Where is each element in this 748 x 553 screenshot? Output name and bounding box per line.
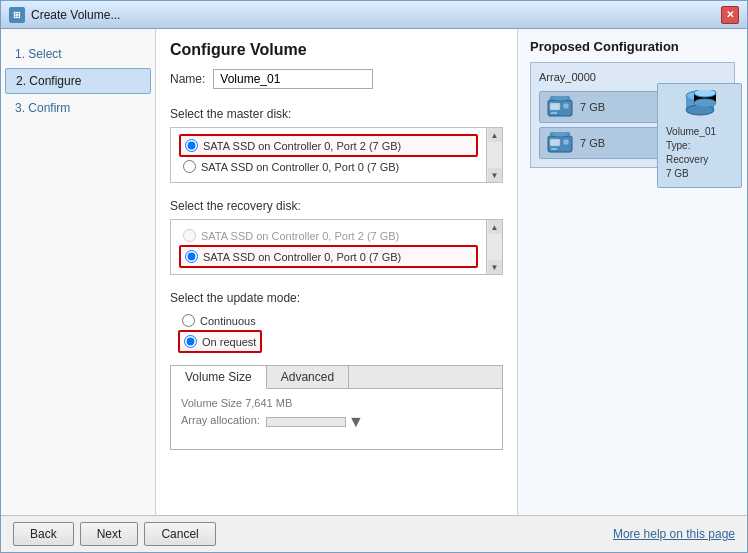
master-option-1[interactable]: SATA SSD on Controller 0, Port 2 (7 GB)	[179, 134, 478, 157]
volume-card: Volume_01 Type: Recovery 7 GB	[657, 83, 742, 188]
panel-title: Configure Volume	[170, 41, 503, 59]
disk-icon-1	[546, 96, 574, 118]
sidebar-item-confirm[interactable]: 3. Confirm	[1, 95, 155, 121]
update-option-onrequest-label: On request	[202, 336, 256, 348]
update-option-onrequest[interactable]: On request	[178, 330, 262, 353]
sidebar-item-configure[interactable]: 2. Configure	[5, 68, 151, 94]
cancel-button[interactable]: Cancel	[144, 522, 215, 546]
svg-point-16	[694, 99, 716, 107]
proposed-title: Proposed Configuration	[530, 39, 735, 54]
recovery-option-2-label: SATA SSD on Controller 0, Port 0 (7 GB)	[203, 251, 401, 263]
back-button[interactable]: Back	[13, 522, 74, 546]
update-option-continuous[interactable]: Continuous	[178, 311, 503, 330]
name-row: Name:	[170, 69, 503, 89]
array-allocation-label: Array allocation:	[181, 414, 260, 426]
update-radio-continuous[interactable]	[182, 314, 195, 327]
name-input[interactable]	[213, 69, 373, 89]
svg-rect-6	[550, 139, 560, 146]
recovery-disk-inner: SATA SSD on Controller 0, Port 2 (7 GB) …	[170, 219, 487, 275]
allocation-row: Array allocation: ▼	[181, 413, 492, 431]
main-content: 1. Select 2. Configure 3. Confirm Config…	[1, 29, 747, 515]
svg-point-7	[563, 139, 569, 145]
volume-size-value: Volume Size 7,641 MB	[181, 397, 492, 409]
recovery-disk-label: Select the recovery disk:	[170, 199, 503, 213]
recovery-scrollbar: ▲ ▼	[487, 219, 503, 275]
recovery-option-2[interactable]: SATA SSD on Controller 0, Port 0 (7 GB)	[179, 245, 478, 268]
volume-card-text: Volume_01 Type: Recovery 7 GB	[666, 125, 733, 181]
volume-size-display: 7 GB	[666, 167, 733, 181]
master-option-2-label: SATA SSD on Controller 0, Port 0 (7 GB)	[201, 161, 399, 173]
master-option-2[interactable]: SATA SSD on Controller 0, Port 0 (7 GB)	[179, 157, 478, 176]
create-volume-window: ⊞ Create Volume... ✕ 1. Select 2. Config…	[0, 0, 748, 553]
master-scrollbar: ▲ ▼	[487, 127, 503, 183]
master-radio-2[interactable]	[183, 160, 196, 173]
recovery-option-1-label: SATA SSD on Controller 0, Port 2 (7 GB)	[201, 230, 399, 242]
sidebar-item-select[interactable]: 1. Select	[1, 41, 155, 67]
recovery-scroll-down[interactable]: ▼	[488, 260, 502, 274]
tab-volume-size[interactable]: Volume Size	[171, 366, 267, 389]
recovery-scroll-track	[487, 234, 502, 260]
update-mode-group: Continuous On request	[178, 311, 503, 353]
array-box: Array_0000	[530, 62, 735, 168]
update-option-continuous-label: Continuous	[200, 315, 256, 327]
svg-rect-1	[550, 103, 560, 110]
master-disk-inner: SATA SSD on Controller 0, Port 2 (7 GB) …	[170, 127, 487, 183]
footer-buttons: Back Next Cancel	[13, 522, 216, 546]
recovery-scroll-up[interactable]: ▲	[488, 220, 502, 234]
allocation-bar	[266, 417, 346, 427]
master-disk-section: Select the master disk: SATA SSD on Cont…	[170, 99, 503, 183]
disk-1-size: 7 GB	[580, 101, 605, 113]
svg-rect-8	[551, 148, 557, 150]
master-scroll-down[interactable]: ▼	[488, 168, 502, 182]
tab-advanced[interactable]: Advanced	[267, 366, 349, 388]
update-radio-onrequest[interactable]	[184, 335, 197, 348]
tab-content-volume-size: Volume Size 7,641 MB Array allocation: ▼	[171, 389, 502, 449]
name-label: Name:	[170, 72, 205, 86]
recovery-option-1[interactable]: SATA SSD on Controller 0, Port 2 (7 GB)	[179, 226, 478, 245]
update-mode-label: Select the update mode:	[170, 291, 503, 305]
window-icon: ⊞	[9, 7, 25, 23]
window-title: Create Volume...	[31, 8, 120, 22]
tabs-section: Volume Size Advanced Volume Size 7,641 M…	[170, 365, 503, 450]
help-link[interactable]: More help on this page	[613, 527, 735, 541]
next-button[interactable]: Next	[80, 522, 139, 546]
master-option-1-label: SATA SSD on Controller 0, Port 2 (7 GB)	[203, 140, 401, 152]
proposed-panel: Proposed Configuration Array_0000	[517, 29, 747, 515]
recovery-disk-scroll-container: SATA SSD on Controller 0, Port 2 (7 GB) …	[170, 219, 503, 275]
volume-card-icon	[666, 90, 733, 121]
master-disk-label: Select the master disk:	[170, 107, 503, 121]
main-panel: Configure Volume Name: Select the master…	[156, 29, 747, 515]
sidebar: 1. Select 2. Configure 3. Confirm	[1, 29, 156, 515]
svg-point-2	[563, 103, 569, 109]
array-label: Array_0000	[539, 71, 726, 83]
tab-bar: Volume Size Advanced	[171, 366, 502, 389]
bottom-bar: Back Next Cancel More help on this page	[1, 515, 747, 552]
svg-point-9	[550, 132, 570, 137]
svg-rect-3	[551, 112, 557, 114]
master-scroll-up[interactable]: ▲	[488, 128, 502, 142]
disk-2-size: 7 GB	[580, 137, 605, 149]
title-bar: ⊞ Create Volume... ✕	[1, 1, 747, 29]
master-radio-1[interactable]	[185, 139, 198, 152]
svg-point-17	[694, 90, 716, 97]
recovery-disk-section: Select the recovery disk: SATA SSD on Co…	[170, 191, 503, 275]
close-button[interactable]: ✕	[721, 6, 739, 24]
update-mode-section: Select the update mode: Continuous On re…	[170, 283, 503, 357]
volume-name: Volume_01	[666, 125, 733, 139]
volume-type: Type: Recovery	[666, 139, 733, 167]
recovery-radio-2[interactable]	[185, 250, 198, 263]
master-scroll-track	[487, 142, 502, 168]
allocation-arrow: ▼	[348, 413, 364, 431]
disk-icon-2	[546, 132, 574, 154]
recovery-radio-1	[183, 229, 196, 242]
master-disk-scroll-container: SATA SSD on Controller 0, Port 2 (7 GB) …	[170, 127, 503, 183]
configure-panel: Configure Volume Name: Select the master…	[156, 29, 517, 515]
svg-point-4	[550, 96, 570, 101]
title-bar-left: ⊞ Create Volume...	[9, 7, 120, 23]
